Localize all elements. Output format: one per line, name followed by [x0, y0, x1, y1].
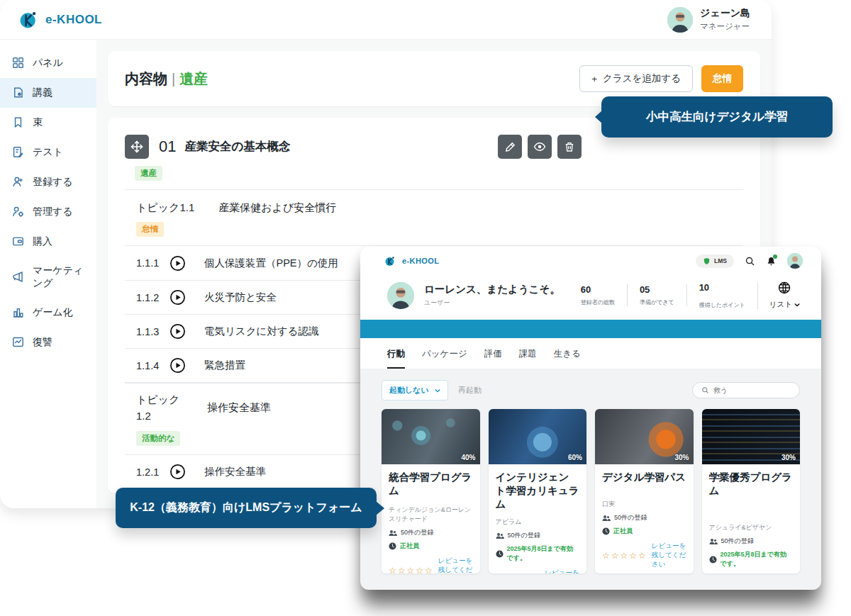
play-icon[interactable] [169, 254, 187, 272]
dashboard-tabs: 行動パッケージ評価課題生きる [360, 338, 821, 369]
tab-4[interactable]: 生きる [554, 348, 581, 369]
stat-label: 獲得したポイント [699, 301, 745, 309]
star-rating[interactable]: ☆☆☆☆☆ [602, 551, 647, 561]
course-card[interactable]: 40% 統合学習プログラム ティンデルジョン&ローレンスリチャード 50件の登録… [382, 409, 480, 573]
clock-icon [496, 550, 504, 558]
course-header-row: 01 産業安全の基本概念 [125, 135, 743, 159]
sidebar-item-purchase[interactable]: 購入 [0, 227, 96, 257]
leave-review-link[interactable]: レビューを残してください [438, 556, 473, 573]
star-rating[interactable]: ☆☆☆☆☆ [389, 566, 434, 574]
sidebar-item-label: 管理する [33, 206, 73, 218]
sidebar-item-enroll[interactable]: 登録する [0, 167, 96, 197]
banner-bar [360, 320, 821, 338]
tab-3[interactable]: 課題 [519, 348, 537, 369]
search-icon [701, 386, 709, 394]
course-title: 産業安全の基本概念 [184, 139, 290, 155]
progress-percent-label: 40% [461, 454, 475, 461]
play-icon[interactable] [169, 289, 187, 306]
clock-icon [709, 556, 717, 564]
lesson-number: 1.1.3 [136, 326, 169, 337]
student-avatar[interactable] [787, 253, 803, 269]
delete-course-button[interactable] [557, 135, 582, 159]
tab-0[interactable]: 行動 [387, 348, 405, 369]
sidebar-item-tests[interactable]: テスト [0, 138, 96, 167]
search-input[interactable] [713, 386, 791, 394]
lms-toggle[interactable]: LMS [696, 254, 734, 268]
enroll-icon [11, 175, 26, 189]
page-title-pipe: | [172, 71, 175, 86]
sidebar-item-gamification[interactable]: ゲーム化 [0, 298, 96, 327]
page-title-sub: 遺産 [179, 71, 208, 86]
course-search-box[interactable] [692, 382, 800, 398]
leave-review-link[interactable]: レビューを残してください [545, 569, 579, 573]
page-title-main: 内容物 [125, 71, 167, 86]
course-number: 01 [159, 138, 176, 156]
lesson-title: 緊急措置 [204, 359, 245, 372]
launch-filter-label: 起動しない [389, 385, 429, 396]
sidebar-item-reports[interactable]: 復讐 [0, 327, 96, 357]
stat-value: 10 [699, 282, 745, 293]
drag-move-handle[interactable] [125, 135, 149, 159]
enrollment-count: 50件の登録 [721, 537, 754, 546]
list-menu-button[interactable]: リスト [758, 281, 803, 310]
play-icon[interactable] [169, 323, 187, 340]
lesson-number: 1.1.1 [136, 257, 169, 269]
sidebar-item-bundles[interactable]: 束 [0, 108, 96, 138]
tab-1[interactable]: パッケージ [422, 348, 467, 369]
leave-review-link[interactable]: レビューを残してください [652, 542, 686, 569]
course-card[interactable]: 30% デジタル学習パス 口実 50件の登録 正社員 ☆☆☆☆☆ レビューを残し… [595, 409, 694, 573]
sidebar-item-marketing[interactable]: マーケティング [0, 257, 96, 298]
preview-course-button[interactable] [528, 135, 552, 159]
chevron-down-icon [794, 303, 800, 307]
sidebar-item-panel[interactable]: パネル [0, 48, 96, 78]
relaunch-link[interactable]: 再起動 [458, 385, 482, 396]
course-image-factory-workers-hologram: 60% [489, 409, 587, 464]
welcome-role: ユーザー [424, 298, 560, 308]
sidebar-item-label: パネル [33, 57, 63, 69]
edit-course-button[interactable] [498, 135, 522, 159]
course-card[interactable]: 30% 学業優秀プログラム アシュライ&ビザヤン 50件の登録 2025年5月8… [702, 409, 801, 573]
course-image-code-screen: 30% [702, 409, 801, 464]
tab-2[interactable]: 評価 [484, 348, 502, 369]
admin-user-menu[interactable]: ジェーン島 マネージャー [667, 7, 750, 33]
people-icon [602, 515, 611, 522]
sidebar: パネル 講義 束 テスト 登録する 管理する 購入 マーケティング ゲーム化 復… [0, 40, 96, 508]
manage-icon [11, 205, 26, 219]
sidebar-item-manage[interactable]: 管理する [0, 197, 96, 227]
lesson-number: 1.1.4 [136, 360, 169, 371]
lesson-title: 個人保護装置（PPE）の使用 [204, 257, 338, 270]
clock-icon [602, 527, 610, 535]
course-author: 口実 [602, 500, 686, 509]
lesson-title: 操作安全基準 [204, 465, 266, 478]
search-icon[interactable] [745, 256, 755, 267]
course-card-title: デジタル学習パス [602, 471, 686, 499]
play-icon[interactable] [169, 357, 187, 374]
test-icon [11, 145, 26, 159]
topic-label: トピック 1.2 [136, 392, 183, 424]
enrollment-count: 50件の登録 [401, 528, 433, 537]
validity-text: 2025年5月8日まで有効です。 [721, 550, 794, 569]
trash-icon [564, 141, 575, 152]
topic-title: 産業保健および安全慣行 [218, 201, 336, 215]
bell-icon[interactable] [766, 256, 777, 267]
pencil-icon [504, 141, 516, 153]
reports-icon [11, 335, 26, 349]
admin-avatar [667, 7, 693, 33]
add-class-button[interactable]: + クラスを追加する [579, 65, 693, 92]
sidebar-item-lectures[interactable]: 講義 [0, 78, 96, 108]
notification-dot [773, 254, 777, 259]
course-card-title: 統合学習プログラム [389, 471, 473, 499]
globe-icon [777, 281, 791, 295]
stats-group: 60 登録者の総数 05 準備ができて 10 獲得したポイント リスト [569, 281, 803, 310]
sidebar-item-label: ゲーム化 [33, 306, 73, 319]
enrollment-count: 50件の登録 [508, 531, 540, 540]
course-card-title: インテリジェント学習カリキュラム [496, 471, 580, 511]
course-image-robot-arm-worker: 30% [595, 409, 694, 464]
status-filter-button[interactable]: 怠惰 [701, 65, 743, 92]
stat-label: 登録者の総数 [581, 298, 615, 306]
student-dashboard-window: e-KHOOL LMS ローレンス、またようこそ。 ユーザー [360, 247, 821, 590]
validity-text: 正社員 [613, 527, 633, 536]
launch-filter-dropdown[interactable]: 起動しない [382, 380, 448, 401]
play-icon[interactable] [169, 463, 187, 481]
course-card[interactable]: 60% インテリジェント学習カリキュラム アビラム 50件の登録 2025年5月… [489, 409, 587, 573]
